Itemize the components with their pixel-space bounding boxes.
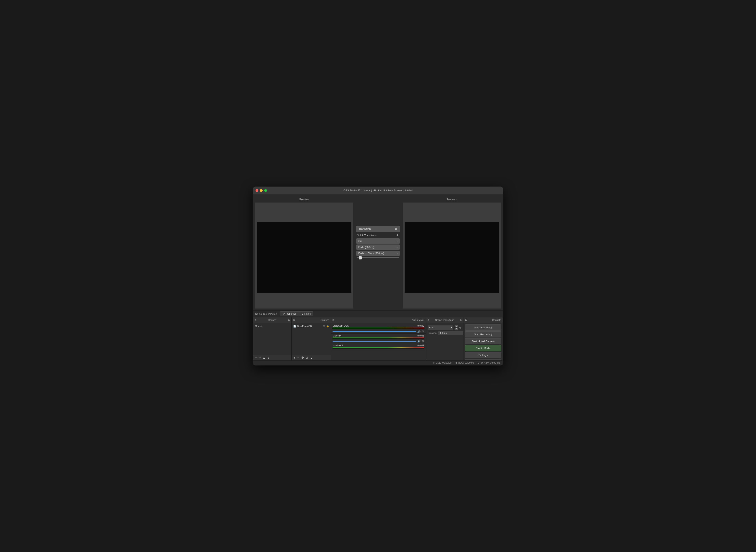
scenes-panel: ⧉ Scenes ⧉ Scene + − ∧ ∨ [253,317,292,360]
audio-controls-2: 🔊 ⚙ [333,339,424,343]
controls-header: ⧉ Controls [463,317,503,323]
program-canvas [403,202,501,308]
source-item[interactable]: 📄 DroidCam OB: 👁 🔒 [292,324,331,328]
duration-label: Duration [428,332,436,334]
st-down-button[interactable]: ▼ [454,327,458,330]
audio-mixer-label: Audio Mixer [412,319,424,321]
scene-item[interactable]: Scene [253,324,292,328]
scenes-panel-header: ⧉ Scenes ⧉ [253,317,292,323]
rec-time: 00:00:00 [464,362,474,364]
live-label: LIVE: [435,362,441,364]
chevron-down-icon: ▾ [396,246,398,249]
scene-transitions-content: Fade ▾ ▲ ▼ ⚙ Duration [426,323,463,360]
mute-icon-2[interactable]: 🔊 [417,339,420,343]
eye-icon[interactable]: 👁 [323,325,326,327]
rec-dot [455,362,457,364]
audio-channel-2: Mic/Aux 0.0 dB 🔊 ⚙ [331,333,426,343]
live-status: LIVE: 00:00:00 [433,362,451,364]
scenes-footer: + − ∧ ∨ [253,355,292,360]
preview-label: Preview [255,196,353,202]
scenes-remove-button[interactable]: − [258,356,261,359]
preview-section: Preview [253,194,355,310]
studio-mode-button[interactable]: Studio Mode [465,345,501,351]
window-title: OBS Studio 27.1.3 (mac) - Profile: Untit… [344,189,412,192]
traffic-lights [255,189,267,192]
mute-icon-1[interactable]: 🔊 [417,330,420,333]
lock-icon[interactable]: 🔒 [327,325,329,327]
cpu-label: CPU: 4.5%,30.00 fps [478,362,500,364]
st-copy-icon[interactable]: ⧉ [428,319,429,321]
scene-transitions-header: ⧉ Scene Transitions ⧉ [426,317,463,323]
scenes-copy-icon[interactable]: ⧉ [255,319,256,321]
transition-button[interactable]: Transition ⚙ [356,226,400,232]
close-button[interactable] [255,189,258,192]
start-virtual-camera-button[interactable]: Start Virtual Camera [465,338,501,344]
audio-meter-3 [333,347,424,349]
sources-copy-icon[interactable]: ⧉ [293,319,295,321]
duration-input[interactable] [438,331,463,335]
properties-button[interactable]: ⚙ Properties [280,311,299,316]
program-black [405,222,499,293]
no-source-label: No source selected [255,312,277,315]
sources-move-down-button[interactable]: ∨ [310,356,313,359]
start-recording-button[interactable]: Start Recording [465,331,501,337]
scene-transitions-label: Scene Transitions [435,319,454,321]
controls-content: Start Streaming Start Recording Start Vi… [463,323,503,360]
transition-slider[interactable] [357,258,399,258]
scenes-move-down-button[interactable]: ∨ [267,356,270,359]
audio-mixer-header: ⧉ Audio Mixer [331,317,426,323]
fade-dropdown[interactable]: Fade (300ms) ▾ [356,245,400,250]
audio-channel-3: Mic/Aux 2 0.0 dB [331,343,426,350]
rec-label: REC: [458,362,464,364]
app-window: OBS Studio 27.1.3 (mac) - Profile: Untit… [253,186,503,366]
cpu-status: CPU: 4.5%,30.00 fps [478,362,500,364]
bottom-panels: ⧉ Scenes ⧉ Scene + − ∧ ∨ [253,317,503,360]
sources-move-up-button[interactable]: ∧ [306,356,309,359]
scenes-header-label: Scenes [268,319,276,321]
live-time: 00:00:00 [442,362,452,364]
preview-black [257,222,351,293]
sources-remove-button[interactable]: − [297,356,300,359]
sources-gear-button[interactable]: ⚙ [301,356,304,359]
filters-button[interactable]: ⚙ Filters [299,311,313,316]
chevron-icon: ▾ [451,326,452,329]
fade-to-black-dropdown[interactable]: Fade to Black (300ms) ▾ [356,251,400,256]
start-streaming-button[interactable]: Start Streaming [465,324,501,330]
settings-icon-2[interactable]: ⚙ [422,339,424,343]
chevron-down-icon: ▾ [396,240,398,243]
st-select[interactable]: Fade ▾ [428,325,453,330]
quick-transitions-add-button[interactable]: + [396,233,399,237]
st-up-button[interactable]: ▲ [454,325,458,327]
volume-slider-2[interactable] [333,341,416,341]
st-gear-button[interactable]: ⚙ [459,326,462,329]
maximize-button[interactable] [264,189,267,192]
audio-meter-2 [333,337,424,339]
audio-controls-1: 🔊 ⚙ [333,330,424,333]
audio-copy-icon[interactable]: ⧉ [333,319,334,321]
cut-dropdown[interactable]: Cut ▾ [356,238,400,244]
chevron-down-icon: ▾ [396,252,398,255]
props-filters-bar: ⚙ Properties ⚙ Filters [280,311,313,316]
audio-channel-1: DroidCam OBS 0.0 dB 🔊 ⚙ [331,324,426,333]
settings-button[interactable]: Settings [465,352,501,358]
scenes-copy2-icon[interactable]: ⧉ [288,319,290,321]
volume-slider-1[interactable] [333,331,416,332]
status-bar: LIVE: 00:00:00 REC: 00:00:00 CPU: 4.5%,3… [253,360,503,365]
transition-slider-container [355,256,401,259]
settings-icon-1[interactable]: ⚙ [422,330,424,333]
sources-list: 📄 DroidCam OB: 👁 🔒 [292,323,331,355]
gear-icon[interactable]: ⚙ [395,227,397,231]
minimize-button[interactable] [260,189,263,192]
document-icon: 📄 [293,325,296,327]
scenes-move-up-button[interactable]: ∧ [262,356,265,359]
st-copy2-icon[interactable]: ⧉ [460,319,462,321]
audio-meter-1 [333,327,424,329]
sources-footer: + − ⚙ ∧ ∨ [292,355,331,360]
st-duration-row: Duration ▲ ▼ [428,331,462,335]
scenes-add-button[interactable]: + [255,356,257,359]
preview-canvas [255,202,353,308]
controls-copy-icon[interactable]: ⧉ [465,319,467,321]
sources-add-button[interactable]: + [293,356,296,359]
program-section: Program [401,194,503,310]
exit-button[interactable]: Exit [465,359,501,360]
